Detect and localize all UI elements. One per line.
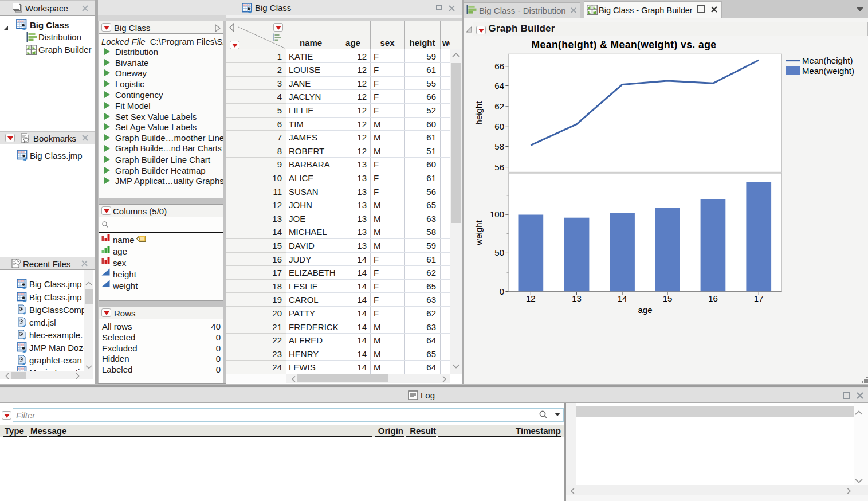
svg-text:64: 64	[494, 81, 504, 91]
svg-text:0: 0	[500, 287, 504, 296]
svg-text:100: 100	[490, 209, 504, 219]
svg-text:16: 16	[708, 293, 718, 303]
svg-text:13: 13	[572, 293, 582, 303]
svg-text:height: height	[474, 101, 484, 125]
svg-text:66: 66	[494, 61, 504, 71]
svg-text:56: 56	[494, 162, 504, 172]
svg-text:17: 17	[754, 293, 764, 303]
svg-text:62: 62	[494, 101, 504, 111]
svg-text:age: age	[638, 305, 652, 315]
svg-text:14: 14	[618, 293, 627, 303]
svg-text:15: 15	[663, 293, 673, 303]
svg-text:50: 50	[494, 248, 504, 257]
svg-text:58: 58	[494, 142, 504, 151]
svg-text:Mean(height) & Mean(weight) vs: Mean(height) & Mean(weight) vs. age	[532, 39, 717, 50]
svg-text:60: 60	[494, 122, 504, 131]
svg-text:Mean(height): Mean(height)	[802, 56, 853, 65]
svg-text:weight: weight	[474, 220, 484, 245]
svg-text:12: 12	[526, 293, 536, 303]
svg-text:Mean(weight): Mean(weight)	[802, 66, 854, 76]
